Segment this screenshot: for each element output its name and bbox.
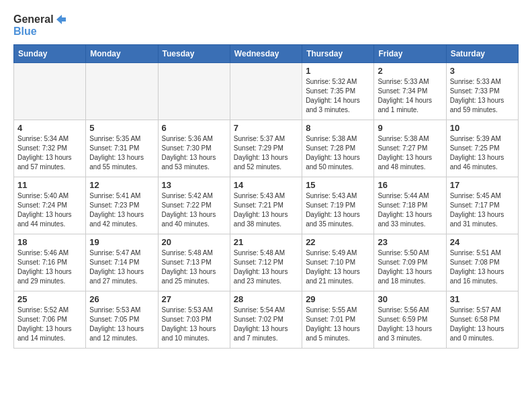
day-number: 1 (306, 66, 370, 76)
calendar-cell: 15Sunrise: 5:43 AMSunset: 7:19 PMDayligh… (302, 177, 374, 234)
day-info: Sunrise: 5:32 AMSunset: 7:35 PMDaylight:… (306, 77, 370, 115)
week-row-1: 1Sunrise: 5:32 AMSunset: 7:35 PMDaylight… (14, 62, 519, 120)
day-info: Sunrise: 5:36 AMSunset: 7:30 PMDaylight:… (162, 134, 226, 172)
weekday-header-monday: Monday (86, 44, 158, 62)
day-number: 20 (162, 237, 226, 247)
calendar-cell: 1Sunrise: 5:32 AMSunset: 7:35 PMDaylight… (302, 62, 374, 120)
calendar-cell: 30Sunrise: 5:56 AMSunset: 6:59 PMDayligh… (374, 291, 446, 348)
weekday-header-tuesday: Tuesday (158, 44, 230, 62)
calendar-cell: 5Sunrise: 5:35 AMSunset: 7:31 PMDaylight… (86, 120, 158, 177)
day-info: Sunrise: 5:33 AMSunset: 7:33 PMDaylight:… (450, 77, 515, 115)
weekday-header-row: SundayMondayTuesdayWednesdayThursdayFrid… (14, 44, 519, 62)
day-number: 26 (89, 294, 154, 304)
calendar-cell (230, 62, 302, 120)
day-info: Sunrise: 5:55 AMSunset: 7:01 PMDaylight:… (306, 306, 370, 343)
calendar-cell: 21Sunrise: 5:48 AMSunset: 7:12 PMDayligh… (230, 234, 302, 291)
day-info: Sunrise: 5:57 AMSunset: 6:58 PMDaylight:… (450, 306, 515, 343)
calendar-cell: 16Sunrise: 5:44 AMSunset: 7:18 PMDayligh… (374, 177, 446, 234)
logo-general: General (13, 13, 54, 26)
calendar-cell: 29Sunrise: 5:55 AMSunset: 7:01 PMDayligh… (302, 291, 374, 348)
page-header: General Blue (13, 13, 519, 38)
day-number: 14 (234, 180, 298, 190)
day-number: 15 (306, 180, 370, 190)
day-info: Sunrise: 5:39 AMSunset: 7:25 PMDaylight:… (450, 134, 515, 172)
calendar-table: SundayMondayTuesdayWednesdayThursdayFrid… (13, 44, 519, 349)
weekday-header-wednesday: Wednesday (230, 44, 302, 62)
calendar-cell: 31Sunrise: 5:57 AMSunset: 6:58 PMDayligh… (446, 291, 518, 348)
day-number: 12 (89, 180, 154, 190)
day-info: Sunrise: 5:44 AMSunset: 7:18 PMDaylight:… (378, 191, 442, 229)
day-number: 18 (17, 237, 82, 247)
calendar-cell: 10Sunrise: 5:39 AMSunset: 7:25 PMDayligh… (446, 120, 518, 177)
day-info: Sunrise: 5:37 AMSunset: 7:29 PMDaylight:… (234, 134, 298, 172)
day-number: 4 (17, 123, 82, 133)
day-number: 8 (306, 123, 370, 133)
day-info: Sunrise: 5:53 AMSunset: 7:05 PMDaylight:… (89, 306, 154, 343)
day-info: Sunrise: 5:34 AMSunset: 7:32 PMDaylight:… (17, 134, 82, 172)
day-number: 7 (234, 123, 298, 133)
calendar-cell: 2Sunrise: 5:33 AMSunset: 7:34 PMDaylight… (374, 62, 446, 120)
day-info: Sunrise: 5:43 AMSunset: 7:21 PMDaylight:… (234, 191, 298, 229)
weekday-header-saturday: Saturday (446, 44, 518, 62)
calendar-cell: 22Sunrise: 5:49 AMSunset: 7:10 PMDayligh… (302, 234, 374, 291)
day-number: 2 (378, 66, 442, 76)
calendar-cell: 18Sunrise: 5:46 AMSunset: 7:16 PMDayligh… (14, 234, 86, 291)
weekday-header-sunday: Sunday (14, 44, 86, 62)
day-number: 21 (234, 237, 298, 247)
calendar-cell: 23Sunrise: 5:50 AMSunset: 7:09 PMDayligh… (374, 234, 446, 291)
day-number: 9 (378, 123, 442, 133)
day-info: Sunrise: 5:45 AMSunset: 7:17 PMDaylight:… (450, 191, 515, 229)
calendar-cell: 9Sunrise: 5:38 AMSunset: 7:27 PMDaylight… (374, 120, 446, 177)
day-number: 19 (89, 237, 154, 247)
calendar-cell (86, 62, 158, 120)
week-row-4: 18Sunrise: 5:46 AMSunset: 7:16 PMDayligh… (14, 234, 519, 291)
calendar-cell: 8Sunrise: 5:38 AMSunset: 7:28 PMDaylight… (302, 120, 374, 177)
day-info: Sunrise: 5:35 AMSunset: 7:31 PMDaylight:… (89, 134, 154, 172)
calendar-cell: 28Sunrise: 5:54 AMSunset: 7:02 PMDayligh… (230, 291, 302, 348)
day-number: 22 (306, 237, 370, 247)
logo: General Blue (13, 13, 67, 38)
calendar-cell: 24Sunrise: 5:51 AMSunset: 7:08 PMDayligh… (446, 234, 518, 291)
day-info: Sunrise: 5:42 AMSunset: 7:22 PMDaylight:… (162, 191, 226, 229)
day-info: Sunrise: 5:50 AMSunset: 7:09 PMDaylight:… (378, 248, 442, 286)
calendar-cell: 20Sunrise: 5:48 AMSunset: 7:13 PMDayligh… (158, 234, 230, 291)
logo-blue: Blue (13, 26, 37, 38)
day-number: 16 (378, 180, 442, 190)
day-info: Sunrise: 5:46 AMSunset: 7:16 PMDaylight:… (17, 248, 82, 286)
calendar-cell: 3Sunrise: 5:33 AMSunset: 7:33 PMDaylight… (446, 62, 518, 120)
day-info: Sunrise: 5:43 AMSunset: 7:19 PMDaylight:… (306, 191, 370, 229)
day-number: 27 (162, 294, 226, 304)
day-info: Sunrise: 5:38 AMSunset: 7:28 PMDaylight:… (306, 134, 370, 172)
calendar-cell (158, 62, 230, 120)
day-number: 28 (234, 294, 298, 304)
day-info: Sunrise: 5:41 AMSunset: 7:23 PMDaylight:… (89, 191, 154, 229)
day-info: Sunrise: 5:40 AMSunset: 7:24 PMDaylight:… (17, 191, 82, 229)
day-number: 29 (306, 294, 370, 304)
calendar-cell: 19Sunrise: 5:47 AMSunset: 7:14 PMDayligh… (86, 234, 158, 291)
day-info: Sunrise: 5:47 AMSunset: 7:14 PMDaylight:… (89, 248, 154, 286)
day-number: 31 (450, 294, 515, 304)
week-row-3: 11Sunrise: 5:40 AMSunset: 7:24 PMDayligh… (14, 177, 519, 234)
calendar-cell (14, 62, 86, 120)
calendar-cell: 13Sunrise: 5:42 AMSunset: 7:22 PMDayligh… (158, 177, 230, 234)
day-info: Sunrise: 5:38 AMSunset: 7:27 PMDaylight:… (378, 134, 442, 172)
day-number: 17 (450, 180, 515, 190)
day-info: Sunrise: 5:53 AMSunset: 7:03 PMDaylight:… (162, 306, 226, 343)
calendar-cell: 17Sunrise: 5:45 AMSunset: 7:17 PMDayligh… (446, 177, 518, 234)
week-row-2: 4Sunrise: 5:34 AMSunset: 7:32 PMDaylight… (14, 120, 519, 177)
calendar-cell: 27Sunrise: 5:53 AMSunset: 7:03 PMDayligh… (158, 291, 230, 348)
week-row-5: 25Sunrise: 5:52 AMSunset: 7:06 PMDayligh… (14, 291, 519, 348)
day-number: 11 (17, 180, 82, 190)
day-number: 24 (450, 237, 515, 247)
calendar-cell: 4Sunrise: 5:34 AMSunset: 7:32 PMDaylight… (14, 120, 86, 177)
weekday-header-friday: Friday (374, 44, 446, 62)
day-info: Sunrise: 5:48 AMSunset: 7:12 PMDaylight:… (234, 248, 298, 286)
day-number: 25 (17, 294, 82, 304)
calendar-cell: 12Sunrise: 5:41 AMSunset: 7:23 PMDayligh… (86, 177, 158, 234)
day-info: Sunrise: 5:56 AMSunset: 6:59 PMDaylight:… (378, 306, 442, 343)
day-info: Sunrise: 5:54 AMSunset: 7:02 PMDaylight:… (234, 306, 298, 343)
calendar-cell: 7Sunrise: 5:37 AMSunset: 7:29 PMDaylight… (230, 120, 302, 177)
calendar-cell: 6Sunrise: 5:36 AMSunset: 7:30 PMDaylight… (158, 120, 230, 177)
day-info: Sunrise: 5:33 AMSunset: 7:34 PMDaylight:… (378, 77, 442, 115)
day-info: Sunrise: 5:51 AMSunset: 7:08 PMDaylight:… (450, 248, 515, 286)
